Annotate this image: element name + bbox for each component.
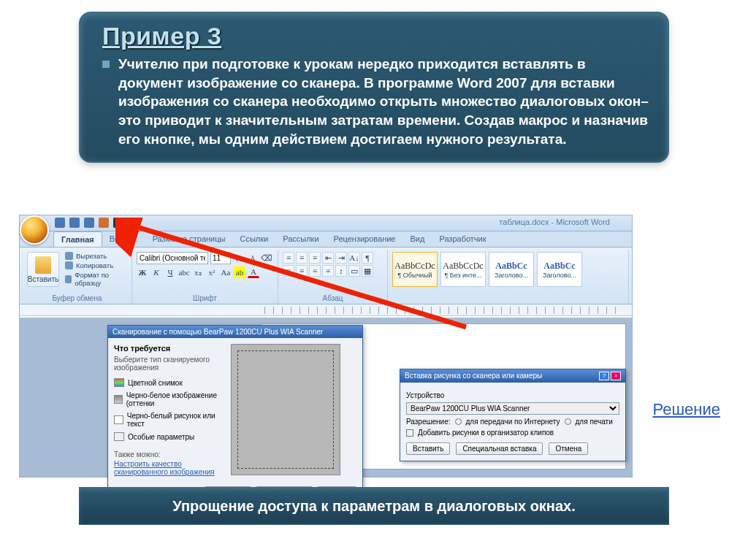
- resolution-label: Разрешение:: [406, 418, 451, 426]
- paragraph-buttons: ≡ ≡ ≡ ⇤ ⇥ A↓ ¶ ≡ ≡ ≡ ≡ ↕ ▭ ▦: [283, 252, 383, 277]
- bold-button[interactable]: Ж: [137, 266, 148, 278]
- shading-icon[interactable]: ▭: [348, 265, 360, 277]
- highlight-button[interactable]: ab: [234, 266, 245, 278]
- ribbon: Вставить Вырезать Копировать Формат по о…: [20, 248, 632, 304]
- clear-format-icon[interactable]: ⌫: [261, 253, 272, 264]
- format-painter-button[interactable]: Формат по образцу: [65, 271, 127, 287]
- style-nospacing[interactable]: AaBbCcDc¶ Без инте...: [440, 252, 486, 287]
- bw-swatch-icon: [114, 415, 123, 424]
- tab-view[interactable]: Вид: [403, 231, 432, 247]
- strike-button[interactable]: abc: [178, 266, 190, 278]
- subscript-button[interactable]: x₂: [192, 266, 204, 278]
- word-titlebar: таблица.docx - Microsoft Word: [20, 215, 632, 231]
- qat-custom2-icon[interactable]: [113, 218, 123, 228]
- scan-dialog: Сканирование с помощью BearPaw 1200CU Pl…: [107, 325, 363, 504]
- multilevel-icon[interactable]: ≡: [309, 252, 321, 264]
- quick-access-toolbar[interactable]: [55, 218, 123, 228]
- slide-title: Пример 3: [102, 22, 653, 50]
- group-font-label: Шрифт: [137, 293, 273, 302]
- tab-home[interactable]: Главная: [53, 231, 102, 247]
- numbering-icon[interactable]: ≡: [296, 252, 308, 264]
- scissors-icon: [65, 252, 73, 260]
- solution-link[interactable]: Решение: [652, 400, 720, 419]
- insert-cancel-button[interactable]: Отмена: [549, 442, 588, 455]
- font-name-select[interactable]: [137, 252, 208, 264]
- document-title: таблица.docx - Microsoft Word: [499, 218, 610, 226]
- align-right-icon[interactable]: ≡: [309, 265, 321, 277]
- linespacing-icon[interactable]: ↕: [335, 265, 347, 277]
- case-button[interactable]: Aa: [220, 266, 232, 278]
- opt-color[interactable]: Цветной снимок: [114, 376, 224, 389]
- tab-references[interactable]: Ссылки: [232, 231, 275, 247]
- paste-icon: [35, 256, 51, 274]
- help-icon[interactable]: ?: [599, 372, 609, 380]
- style-heading1[interactable]: AaBbCcЗаголово...: [489, 252, 534, 287]
- device-label: Устройство: [406, 391, 444, 399]
- insert-button[interactable]: Вставить: [406, 442, 450, 455]
- styles-gallery[interactable]: AaBbCcDc¶ Обычный AaBbCcDc¶ Без инте... …: [392, 252, 624, 287]
- ruler[interactable]: [20, 304, 632, 316]
- adjust-quality-link[interactable]: Настроить качество сканированного изобра…: [114, 460, 224, 476]
- tab-review[interactable]: Рецензирование: [327, 231, 403, 247]
- tab-developer[interactable]: Разработчик: [432, 231, 493, 247]
- group-paragraph-label: Абзац: [283, 293, 383, 302]
- borders-icon[interactable]: ▦: [362, 265, 373, 277]
- sort-icon[interactable]: A↓: [348, 252, 360, 264]
- copy-button[interactable]: Копировать: [65, 261, 127, 269]
- shrink-font-icon[interactable]: A: [247, 253, 259, 264]
- scan-sub-label: Выберите тип сканируемого изображения: [114, 356, 224, 372]
- style-normal[interactable]: AaBbCcDc¶ Обычный: [392, 252, 438, 287]
- opt-custom[interactable]: Особые параметры: [114, 430, 224, 443]
- qat-undo-icon[interactable]: [69, 218, 80, 228]
- qat-custom-icon[interactable]: [99, 218, 109, 228]
- align-center-icon[interactable]: ≡: [296, 265, 308, 277]
- qat-redo-icon[interactable]: [84, 218, 94, 228]
- insert-picture-dialog: Вставка рисунка со сканера или камеры ? …: [400, 369, 626, 461]
- radio-web[interactable]: [455, 418, 462, 425]
- scan-what-label: Что требуется: [114, 344, 224, 353]
- word-screenshot: таблица.docx - Microsoft Word Главная Вс…: [19, 215, 633, 477]
- brush-icon: [65, 275, 72, 283]
- font-color-button[interactable]: A: [248, 266, 259, 278]
- footer-caption: Упрощение доступа к параметрам в диалого…: [79, 487, 669, 525]
- italic-button[interactable]: К: [150, 266, 162, 278]
- close-icon[interactable]: ×: [611, 372, 621, 380]
- scan-preview[interactable]: [231, 344, 340, 475]
- superscript-button[interactable]: x²: [206, 266, 218, 278]
- bullet-icon: [102, 61, 110, 68]
- align-left-icon[interactable]: ≡: [283, 265, 294, 277]
- opt-grayscale[interactable]: Черно-белое изображение (оттенки: [114, 389, 224, 410]
- paste-button[interactable]: Вставить: [27, 252, 59, 287]
- add-to-clip-checkbox[interactable]: [406, 429, 413, 437]
- copy-icon: [65, 261, 73, 269]
- tab-mailings[interactable]: Рассылки: [275, 231, 326, 247]
- font-size-select[interactable]: [210, 252, 231, 264]
- tab-layout[interactable]: Разметка страницы: [145, 231, 233, 247]
- office-button[interactable]: [20, 215, 49, 245]
- qat-save-icon[interactable]: [55, 218, 65, 228]
- settings-swatch-icon: [114, 432, 124, 441]
- special-insert-button[interactable]: Специальная вставка: [456, 442, 543, 455]
- indent-icon[interactable]: ⇥: [335, 252, 347, 264]
- scan-dialog-titlebar[interactable]: Сканирование с помощью BearPaw 1200CU Pl…: [108, 326, 362, 338]
- style-heading2[interactable]: AaBbCcЗаголово...: [537, 252, 582, 287]
- showmarks-icon[interactable]: ¶: [362, 252, 373, 264]
- ribbon-tabs: Главная Встав... Разметка страницы Ссылк…: [20, 231, 632, 248]
- gray-swatch-icon: [114, 395, 123, 404]
- bullets-icon[interactable]: ≡: [283, 252, 294, 264]
- cut-button[interactable]: Вырезать: [65, 252, 127, 260]
- tab-insert[interactable]: Встав...: [102, 231, 145, 247]
- opt-bw[interactable]: Черно-белый рисунок или текст: [114, 410, 224, 430]
- grow-font-icon[interactable]: A: [233, 253, 245, 264]
- outdent-icon[interactable]: ⇤: [322, 252, 334, 264]
- slide-header: Пример 3 Учителю при подготовке к урокам…: [79, 12, 669, 163]
- radio-print[interactable]: [565, 418, 571, 425]
- group-clipboard-label: Буфер обмена: [27, 293, 127, 302]
- color-swatch-icon: [114, 378, 124, 387]
- underline-button[interactable]: Ч: [164, 266, 176, 278]
- slide-paragraph: Учителю при подготовке к урокам нередко …: [118, 55, 653, 148]
- device-select[interactable]: BearPaw 1200CU Plus WIA Scanner: [406, 402, 619, 415]
- justify-icon[interactable]: ≡: [322, 265, 334, 277]
- insert-dialog-titlebar[interactable]: Вставка рисунка со сканера или камеры ? …: [400, 369, 625, 383]
